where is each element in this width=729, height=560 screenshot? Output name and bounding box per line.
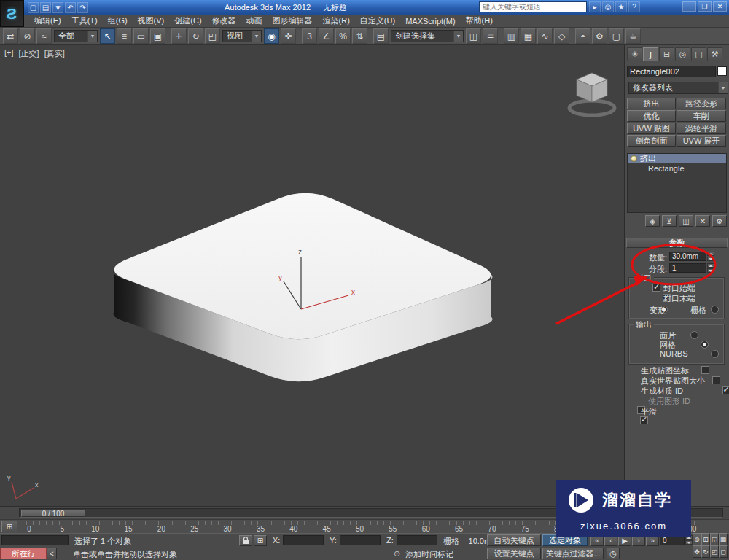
minimize-icon[interactable]: – (682, 1, 696, 12)
menu-item-7[interactable]: 动画 (241, 14, 268, 28)
schematic-view-icon[interactable]: ◇ (554, 28, 569, 44)
orbit-icon[interactable]: ↻ (701, 545, 710, 558)
pin-stack-icon[interactable]: ◈ (645, 215, 660, 227)
search-go-icon[interactable]: ▸ (589, 1, 601, 12)
spinner-snap-icon[interactable]: ⇅ (352, 28, 367, 44)
make-unique-icon[interactable]: ◫ (679, 215, 693, 227)
tab-create[interactable]: ✳ (627, 47, 642, 61)
render-production-icon[interactable]: ☕ (625, 28, 641, 44)
zoom-all-icon[interactable]: ⊞ (701, 533, 710, 545)
bind-to-space-warp-icon[interactable]: ≈ (36, 28, 52, 44)
select-and-scale-icon[interactable]: ◰ (205, 28, 220, 44)
time-slider[interactable]: 0 / 100 (21, 510, 85, 517)
viewcube[interactable] (569, 73, 615, 115)
menu-item-12[interactable]: 帮助(H) (461, 14, 498, 28)
reference-coordsys-combo[interactable]: 视图▼ (222, 30, 262, 42)
select-and-link-icon[interactable]: ⇄ (3, 28, 18, 44)
amount-spinner[interactable] (707, 252, 714, 261)
modifier-button-5[interactable]: UVW 贴图 (627, 122, 676, 134)
named-selection-sets-combo[interactable]: 创建选择集▼ (391, 30, 464, 42)
tab-modify[interactable]: ʃ (643, 47, 658, 61)
unlink-selection-icon[interactable]: ⊘ (20, 28, 35, 44)
undo-icon[interactable]: ↶ (65, 2, 76, 13)
viewport-menu-pov[interactable]: [正交] (19, 48, 39, 59)
segments-field[interactable]: 1 (669, 263, 706, 273)
favorites-icon[interactable]: ★ (615, 1, 627, 12)
angle-snap-icon[interactable]: ∠ (319, 28, 334, 44)
absolute-offset-mode-toggle[interactable]: ⊞ (254, 535, 267, 546)
generate-matid-checkbox[interactable] (722, 386, 729, 394)
modifier-list-dropdown[interactable]: 修改器列表 ▼ (628, 82, 728, 94)
viewport-menu-shading[interactable]: [真实] (44, 48, 65, 59)
object-name-field[interactable]: Rectangle002 (627, 66, 716, 77)
object-color-swatch[interactable] (717, 66, 727, 76)
redo-icon[interactable]: ↷ (77, 2, 88, 13)
x-coordinate-field[interactable] (283, 535, 324, 545)
viewport[interactable]: [+] [正交] [真实] (0, 45, 625, 506)
dropdown-arrow-icon[interactable]: ▼ (453, 31, 463, 42)
snap-toggle-icon[interactable]: 3 (302, 28, 317, 44)
selection-lock-toggle[interactable] (239, 535, 252, 546)
tab-motion[interactable]: ◎ (675, 47, 690, 61)
modifier-button-7[interactable]: 倒角剖面 (627, 135, 676, 147)
save-file-icon[interactable]: ▼ (52, 2, 63, 13)
search-input[interactable] (479, 1, 587, 12)
use-pivot-center-icon[interactable]: ◉ (264, 28, 279, 44)
select-and-move-icon[interactable]: ✛ (171, 28, 187, 44)
modifier-button-1[interactable]: 挤出 (627, 98, 676, 109)
smooth-checkbox[interactable] (640, 416, 648, 424)
edit-named-selections-icon[interactable]: ▤ (373, 28, 389, 44)
menu-item-3[interactable]: 组(G) (103, 14, 133, 28)
maxscript-mini-listener[interactable] (1, 535, 69, 545)
y-coordinate-field[interactable] (340, 535, 381, 545)
listener-expand-button[interactable]: < (47, 548, 57, 559)
tab-display[interactable]: ▢ (691, 47, 706, 61)
modifier-button-6[interactable]: 涡轮平滑 (677, 122, 726, 134)
tab-hierarchy[interactable]: ⊟ (659, 47, 674, 61)
open-mini-curve-editor-button[interactable]: ⊞ (1, 521, 17, 532)
show-end-result-icon[interactable]: ⊻ (662, 215, 677, 227)
tab-utilities[interactable]: ⚒ (707, 47, 722, 61)
menu-item-5[interactable]: 创建(C) (169, 14, 206, 28)
parameters-rollout-header[interactable]: - 参数 (626, 238, 728, 248)
real-world-map-checkbox[interactable] (712, 376, 720, 384)
new-file-icon[interactable]: ▢ (28, 2, 39, 13)
help-icon[interactable]: ? (628, 1, 640, 12)
remove-modifier-icon[interactable]: ✕ (695, 215, 710, 227)
modifier-button-2[interactable]: 路径变形 (677, 98, 726, 109)
dropdown-arrow-icon[interactable]: ▼ (252, 31, 261, 42)
set-key-button[interactable]: 设置关键点 (487, 548, 541, 559)
maximize-icon[interactable]: ❐ (698, 1, 712, 12)
generate-mapping-checkbox[interactable] (701, 366, 709, 374)
align-icon[interactable]: ≣ (483, 28, 498, 44)
configure-modifier-sets-icon[interactable]: ⚙ (712, 215, 727, 227)
open-file-icon[interactable]: ▤ (40, 2, 51, 13)
modifier-enabled-icon[interactable] (631, 155, 637, 162)
layer-manager-icon[interactable]: ▥ (504, 28, 519, 44)
close-icon[interactable]: ✕ (713, 1, 727, 12)
pan-icon[interactable]: ✥ (693, 545, 701, 558)
time-configuration-button[interactable]: ◷ (607, 548, 620, 559)
menu-item-9[interactable]: 渲染(R) (318, 14, 355, 28)
select-by-name-icon[interactable]: ≡ (117, 28, 132, 44)
render-setup-icon[interactable]: ⚙ (592, 28, 607, 44)
graphite-ribbon-icon[interactable]: ▦ (521, 28, 536, 44)
add-time-tag[interactable]: 添加时间标记 (405, 549, 453, 560)
material-editor-icon[interactable]: ◓ (575, 28, 590, 44)
zoom-region-icon[interactable]: ◰ (710, 545, 719, 558)
menu-item-6[interactable]: 修改器 (207, 14, 241, 28)
stack-item-2[interactable]: Rectangle (628, 163, 726, 173)
stack-item-1[interactable]: 挤出 (628, 154, 726, 163)
modifier-button-3[interactable]: 优化 (627, 110, 676, 122)
viewport-menu-general[interactable]: [+] (4, 48, 14, 59)
chevron-down-icon[interactable]: ▼ (718, 82, 728, 93)
rollout-collapse-icon[interactable]: - (631, 238, 634, 247)
amount-field[interactable]: 30.0mm (669, 252, 706, 261)
zoom-icon[interactable]: ⊕ (693, 533, 701, 545)
3dsmax-logo[interactable]: S (0, 0, 24, 27)
segments-spinner[interactable] (707, 263, 714, 273)
z-coordinate-field[interactable] (397, 535, 437, 545)
modifier-button-8[interactable]: UVW 展开 (677, 135, 726, 147)
maximize-viewport-icon[interactable]: ◻ (719, 545, 728, 558)
zoom-extents-icon[interactable]: ◱ (710, 533, 719, 545)
